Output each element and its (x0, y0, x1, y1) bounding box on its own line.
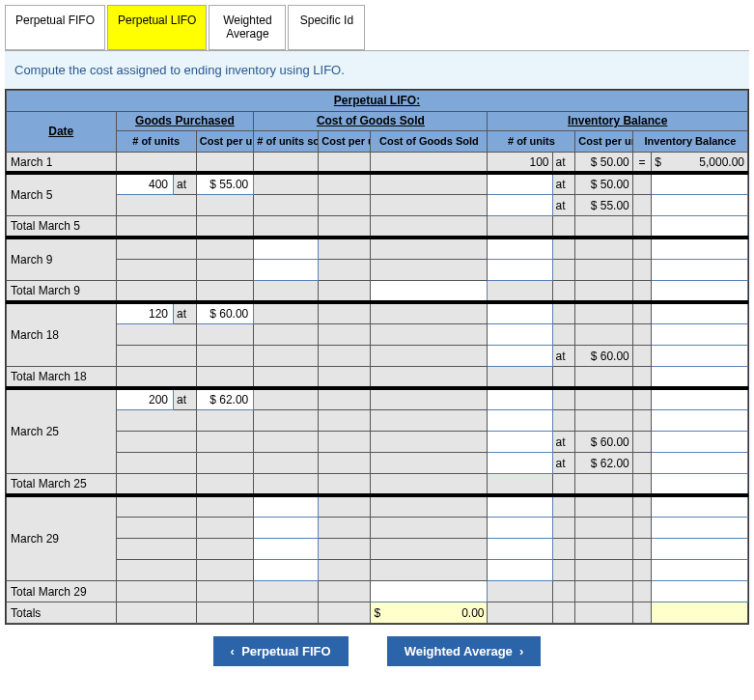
chevron-left-icon: ‹ (231, 644, 235, 658)
mar25-gp-cpu-input[interactable] (196, 388, 253, 410)
mar18-ib-units-input-1[interactable] (488, 302, 552, 324)
mar25-ib-amt-input-1[interactable] (652, 388, 748, 410)
mar29-cogs-units-input-1[interactable] (254, 495, 319, 518)
at-label: at (174, 302, 197, 324)
mar25-gp-units-input[interactable] (116, 388, 173, 410)
next-button[interactable]: Weighted Average › (387, 636, 542, 666)
hdr-inventory-balance: Inventory Balance (488, 111, 748, 130)
nav-row: ‹ Perpetual FIFO Weighted Average › (5, 636, 749, 666)
mar5-ib-amt-input-2[interactable] (652, 195, 748, 216)
mar25-ib-units-input-3[interactable] (488, 432, 552, 453)
tab-perpetual-fifo[interactable]: Perpetual FIFO (5, 5, 105, 50)
row-date: Total March 9 (7, 281, 117, 303)
mar25-ib-cpu-4: $ 62.00 (575, 453, 632, 474)
tab-perpetual-lifo[interactable]: Perpetual LIFO (107, 5, 207, 50)
mar5-ib-units-input-1[interactable] (488, 173, 552, 195)
mar9-ib-amt-input-1[interactable] (652, 238, 748, 260)
hdr-ib-cpu: Cost per unit (575, 130, 632, 152)
mar29-ib-amt-input-2[interactable] (652, 518, 748, 539)
hdr-ib-units: # of units (488, 130, 575, 152)
mar1-ib-cpu: $ 50.00 (575, 152, 632, 173)
mar18-ib-units-input-3[interactable] (488, 346, 552, 367)
table-title: Perpetual LIFO: (7, 90, 748, 111)
hdr-ib-amt: Inventory Balance (632, 130, 747, 152)
mar29-ib-units-input-1[interactable] (488, 495, 552, 518)
mar29-ib-units-input-2[interactable] (488, 518, 552, 539)
tab-specific-id[interactable]: Specific Id (288, 5, 365, 50)
mar5-ib-cpu-1: $ 50.00 (575, 173, 632, 195)
row-date: March 1 (7, 152, 117, 173)
tmar9-ib-amt-input[interactable] (652, 281, 748, 303)
instruction-text: Compute the cost assigned to ending inve… (5, 51, 749, 89)
tmar29-cogs-amt-input[interactable] (371, 581, 488, 602)
tmar18-ib-amt-input[interactable] (652, 367, 748, 389)
tmar25-ib-amt-input[interactable] (652, 474, 748, 496)
row-date: Totals (7, 602, 117, 624)
tab-bar: Perpetual FIFO Perpetual LIFO Weighted A… (5, 5, 749, 51)
row-date: March 25 (7, 388, 117, 474)
prev-label: Perpetual FIFO (241, 644, 330, 658)
mar9-cogs-units-input-2[interactable] (254, 260, 319, 281)
row-date: Total March 5 (7, 216, 117, 238)
row-date: March 5 (7, 173, 117, 216)
mar5-ib-amt-input-1[interactable] (652, 173, 748, 195)
hdr-cogs: Cost of Goods Sold (254, 111, 488, 130)
mar29-ib-amt-input-1[interactable] (652, 495, 748, 518)
tmar29-ib-amt-input[interactable] (652, 581, 748, 602)
mar25-ib-cpu-3: $ 60.00 (575, 432, 632, 453)
mar29-ib-units-input-3[interactable] (488, 539, 552, 560)
mar18-ib-amt-input-1[interactable] (652, 302, 748, 324)
mar18-gp-units-input[interactable] (116, 302, 173, 324)
mar29-ib-units-input-4[interactable] (488, 560, 552, 581)
tmar9-cogs-amt-input[interactable] (371, 281, 488, 303)
row-date: Total March 29 (7, 581, 117, 602)
at-label: at (552, 152, 575, 173)
mar29-cogs-units-input-2[interactable] (254, 518, 319, 539)
totals-ib-amt (652, 602, 748, 624)
at-label: at (552, 195, 575, 216)
row-date: March 18 (7, 302, 117, 367)
mar1-ib-amt: $5,000.00 (652, 152, 748, 173)
mar18-ib-amt-input-3[interactable] (652, 346, 748, 367)
totals-cogs-amt: $0.00 (371, 602, 488, 624)
mar29-cogs-units-input-3[interactable] (254, 539, 319, 560)
at-label: at (552, 173, 575, 195)
at-label: at (552, 346, 575, 367)
mar25-ib-amt-input-2[interactable] (652, 410, 748, 432)
at-label: at (552, 432, 575, 453)
mar25-ib-amt-input-3[interactable] (652, 432, 748, 453)
mar25-ib-units-input-4[interactable] (488, 453, 552, 474)
prev-button[interactable]: ‹ Perpetual FIFO (213, 636, 349, 666)
mar1-ib-units: 100 (488, 152, 552, 173)
mar29-ib-amt-input-3[interactable] (652, 539, 748, 560)
hdr-goods-purchased: Goods Purchased (116, 111, 254, 130)
mar5-ib-units-input-2[interactable] (488, 195, 552, 216)
mar25-ib-units-input-2[interactable] (488, 410, 552, 432)
row-date: Total March 25 (7, 474, 117, 496)
row-date: Total March 18 (7, 367, 117, 389)
mar18-ib-units-input-2[interactable] (488, 324, 552, 346)
at-label: at (174, 173, 197, 195)
lifo-table: Perpetual LIFO: Date Goods Purchased Cos… (5, 89, 749, 626)
mar29-cogs-units-input-4[interactable] (254, 560, 319, 581)
row-date: March 9 (7, 238, 117, 281)
row-date: March 29 (7, 495, 117, 581)
tmar5-ib-amt-input[interactable] (652, 216, 748, 238)
mar25-ib-units-input-1[interactable] (488, 388, 552, 410)
mar29-ib-amt-input-4[interactable] (652, 560, 748, 581)
mar9-ib-units-input-1[interactable] (488, 238, 552, 260)
mar9-ib-amt-input-2[interactable] (652, 260, 748, 281)
equals-label: = (632, 152, 651, 173)
hdr-gp-units: # of units (116, 130, 196, 152)
mar5-gp-cpu-input[interactable] (196, 173, 253, 195)
mar5-gp-units-input[interactable] (116, 173, 173, 195)
mar18-ib-amt-input-2[interactable] (652, 324, 748, 346)
mar25-ib-amt-input-4[interactable] (652, 453, 748, 474)
mar9-ib-units-input-2[interactable] (488, 260, 552, 281)
mar18-gp-cpu-input[interactable] (196, 302, 253, 324)
hdr-cogs-amt: Cost of Goods Sold (371, 130, 488, 152)
tab-weighted-average[interactable]: Weighted Average (209, 5, 286, 50)
mar9-cogs-units-input-1[interactable] (254, 238, 319, 260)
at-label: at (552, 453, 575, 474)
next-label: Weighted Average (405, 644, 513, 658)
